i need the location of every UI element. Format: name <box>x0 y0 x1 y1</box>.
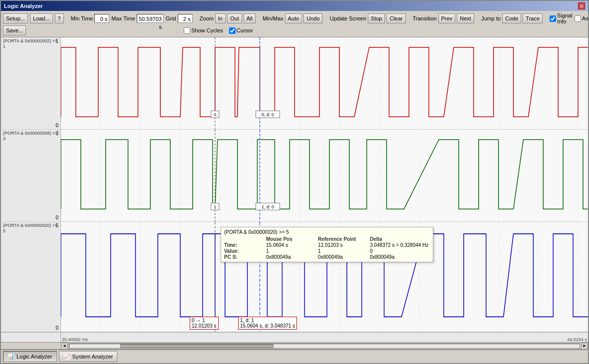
window-title: Logic Analyzer <box>4 3 43 9</box>
system-analyzer-tab-label: System Analyzer <box>72 354 113 360</box>
horizontal-scrollbar: ◄ ► <box>1 342 588 349</box>
svg-text:1,  d: 0: 1, d: 0 <box>262 204 274 209</box>
logic-analyzer-icon: 📊 <box>7 354 14 360</box>
cursor-checkbox-group[interactable]: Cursor <box>229 27 253 34</box>
channel-2-name: (PORTA & 0x00000008) >> 3 <box>3 131 58 142</box>
show-cycles-checkbox[interactable] <box>184 27 190 34</box>
channel-2-waveform[interactable]: 1 1, d: 0 <box>61 130 588 221</box>
zoom-label: Zoom <box>200 15 214 21</box>
svg-text:0,  d: 0: 0, d: 0 <box>262 112 274 117</box>
trace-button[interactable]: Trace <box>523 13 543 23</box>
grid-group: Grid 2 s <box>166 14 193 23</box>
logic-analyzer-tab-label: Logic Analyzer <box>16 354 52 360</box>
stop-button[interactable]: Stop <box>368 13 385 23</box>
channel-row-1: 1 (PORTA & 0x00000002) >> 1 0 <box>1 37 588 130</box>
grid-label: Grid <box>166 15 176 21</box>
signal-panel: 1 (PORTA & 0x00000002) >> 1 0 <box>1 37 588 349</box>
amplitude-checkbox-group[interactable]: Amplitude <box>575 15 589 22</box>
next-button[interactable]: Next <box>457 13 474 23</box>
ruler-right-label: 44.0204 s <box>567 337 587 342</box>
time-ruler: 20.40092 ms 44.0204 s <box>1 332 588 342</box>
cursor-checkbox[interactable] <box>229 27 236 34</box>
scroll-left-arrow[interactable]: ◄ <box>61 343 68 350</box>
system-analyzer-icon: 📈 <box>63 354 70 360</box>
tooltip-ref-header: Reference Point <box>318 236 368 242</box>
tooltip-time-mouse: 15.0604 s <box>266 242 316 248</box>
minmax-label: Min/Max <box>263 15 284 21</box>
channel-3-top-val: 5 <box>55 223 58 228</box>
setup-button[interactable]: Setup... <box>3 13 28 23</box>
scroll-right-arrow[interactable]: ► <box>581 343 588 350</box>
channel-3-waveform[interactable]: (PORTA & 0x00000020) >> 5 Mouse Pos Refe… <box>61 222 588 332</box>
channel-1-svg: 0 0, d: 0 <box>61 37 588 129</box>
min-time-label: Min Time <box>71 15 93 21</box>
prev-button[interactable]: Prev <box>438 13 456 23</box>
grid-value: 2 s <box>178 14 193 23</box>
show-cycles-label: Show Cycles <box>191 27 223 33</box>
load-button[interactable]: Load... <box>30 13 53 23</box>
channel-3-bottom-val: 0 <box>55 325 58 331</box>
show-cycles-checkbox-group[interactable]: Show Cycles <box>184 27 223 34</box>
channel-3-label: 5 (PORTA & 0x00000020) >> 5 0 <box>1 222 61 332</box>
jump-to-group: Jump to Code Trace <box>481 13 543 23</box>
cursor-label: Cursor <box>237 27 253 33</box>
zoom-out-button[interactable]: Out <box>227 13 242 23</box>
ruler-left-label: 20.40092 ms <box>62 337 88 342</box>
zoom-in-button[interactable]: In <box>215 13 226 23</box>
amplitude-checkbox[interactable] <box>575 15 581 22</box>
toolbar: Setup... Load... ? Min Time 0 s Max Time… <box>1 11 588 37</box>
channel-2-label: 3 (PORTA & 0x00000008) >> 3 0 <box>1 130 61 221</box>
channel-3-ref-annotation: 0 → 1 12.01203 s <box>190 317 219 330</box>
main-window: Logic Analyzer ✕ Setup... Load... ? Min … <box>0 0 589 364</box>
save-button[interactable]: Save... <box>3 25 26 35</box>
tooltip-pcs-label: PC S: <box>224 254 264 260</box>
min-time-value: 0 s <box>94 14 109 23</box>
zoom-all-button[interactable]: All <box>244 13 256 23</box>
channel-2-top-val: 3 <box>55 131 58 136</box>
undo-button[interactable]: Undo <box>303 13 322 23</box>
channel-1-bottom-val: 0 <box>55 123 58 128</box>
minmax-group: Min/Max Auto Undo <box>263 13 323 23</box>
close-button[interactable]: ✕ <box>578 2 585 9</box>
auto-button[interactable]: Auto <box>285 13 302 23</box>
transition-group: Transition Prev Next <box>413 13 474 23</box>
ruler-area: 20.40092 ms 44.0204 s <box>61 333 588 342</box>
channel-3-cursor-annotation: 1, d: 1 15.0604 s, d: 3.048371 s <box>238 317 297 330</box>
help-button[interactable]: ? <box>55 13 64 23</box>
title-bar: Logic Analyzer ✕ <box>1 1 588 11</box>
tooltip-val-label: Value: <box>224 248 264 254</box>
signal-info-label: Signal Info <box>557 12 573 24</box>
channel-1-label: 1 (PORTA & 0x00000002) >> 1 0 <box>1 37 61 129</box>
svg-text:0: 0 <box>214 112 216 117</box>
clear-button[interactable]: Clear <box>386 13 405 23</box>
code-button[interactable]: Code <box>502 13 521 23</box>
zoom-group: Zoom In Out All <box>200 13 256 23</box>
tooltip-time-delta: 3.048372 s = 0.328044 Hz <box>370 242 430 248</box>
taskbar-logic-analyzer[interactable]: 📊 Logic Analyzer <box>3 351 57 362</box>
tooltip-time-ref: 12.01203 s <box>318 242 368 248</box>
tooltip-time-label: Time: <box>224 242 264 248</box>
tooltip-val-ref: 1 <box>318 248 368 254</box>
channel-1-waveform[interactable]: 0 0, d: 0 <box>61 37 588 129</box>
signal-info-checkbox[interactable] <box>550 15 556 22</box>
channel-3-ref-time: 12.01203 s <box>192 323 217 329</box>
tooltip-delta-header: Delta <box>370 236 430 242</box>
channel-3-name: (PORTA & 0x00000020) >> 5 <box>3 223 58 234</box>
channel-row-3: 5 (PORTA & 0x00000020) >> 5 0 <box>1 222 588 332</box>
update-screen-label: Update Screen <box>329 15 366 21</box>
main-content: 1 (PORTA & 0x00000002) >> 1 0 <box>1 37 588 349</box>
channel-3-cursor-time: 15.0604 s, d: 3.048371 s <box>240 323 295 329</box>
taskbar: 📊 Logic Analyzer 📈 System Analyzer <box>1 349 588 363</box>
tooltip-grid: Mouse Pos Reference Point Delta Time: 15… <box>224 236 430 260</box>
channel-2-svg: 1 1, d: 0 <box>61 130 588 221</box>
channel-2-bottom-val: 0 <box>55 215 58 220</box>
tooltip-val-mouse: 1 <box>266 248 316 254</box>
transition-label: Transition <box>413 15 437 21</box>
amplitude-label: Amplitude <box>582 15 589 21</box>
signal-info-checkbox-group[interactable]: Signal Info <box>550 12 573 24</box>
taskbar-system-analyzer[interactable]: 📈 System Analyzer <box>59 351 118 362</box>
scrollbar-thumb[interactable] <box>120 344 274 348</box>
tooltip-title: (PORTA & 0x00000020) >> 5 <box>224 229 430 235</box>
scrollbar-track[interactable] <box>69 344 580 349</box>
update-screen-group: Update Screen Stop Clear <box>329 13 405 23</box>
